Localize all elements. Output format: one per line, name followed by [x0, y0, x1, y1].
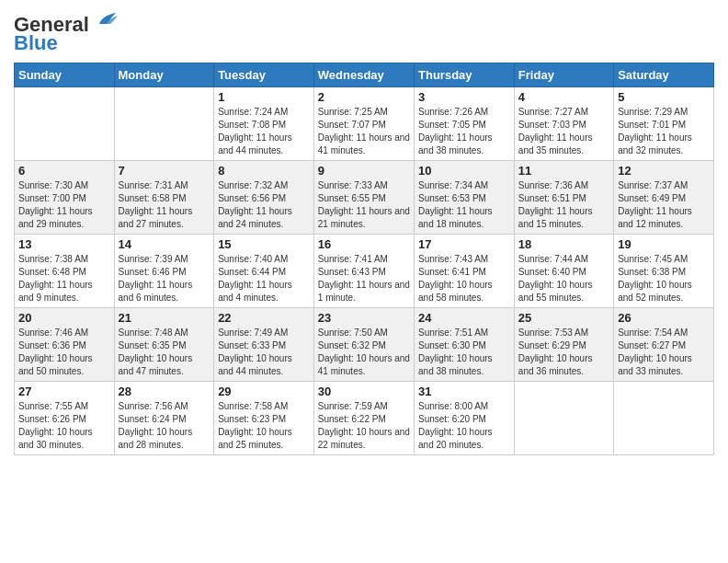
calendar-day-cell: 17Sunrise: 7:43 AM Sunset: 6:41 PM Dayli…	[415, 235, 515, 308]
day-number: 5	[618, 90, 710, 104]
calendar-day-cell: 19Sunrise: 7:45 AM Sunset: 6:38 PM Dayli…	[614, 235, 714, 308]
day-of-week-header: Friday	[514, 63, 613, 87]
day-info: Sunrise: 7:59 AM Sunset: 6:22 PM Dayligh…	[318, 400, 410, 452]
calendar-day-cell: 27Sunrise: 7:55 AM Sunset: 6:26 PM Dayli…	[15, 382, 115, 455]
day-number: 30	[318, 385, 410, 398]
day-info: Sunrise: 7:51 AM Sunset: 6:30 PM Dayligh…	[418, 327, 510, 378]
day-number: 8	[218, 164, 310, 178]
day-info: Sunrise: 7:40 AM Sunset: 6:44 PM Dayligh…	[218, 253, 310, 304]
day-info: Sunrise: 7:25 AM Sunset: 7:07 PM Dayligh…	[318, 106, 410, 157]
day-info: Sunrise: 7:43 AM Sunset: 6:41 PM Dayligh…	[418, 253, 510, 304]
day-number: 29	[218, 385, 310, 398]
day-of-week-header: Saturday	[614, 63, 714, 87]
day-number: 13	[18, 237, 110, 251]
calendar-day-cell: 31Sunrise: 8:00 AM Sunset: 6:20 PM Dayli…	[415, 382, 515, 455]
day-info: Sunrise: 7:58 AM Sunset: 6:23 PM Dayligh…	[218, 400, 310, 452]
day-info: Sunrise: 7:29 AM Sunset: 7:01 PM Dayligh…	[618, 106, 710, 157]
calendar-day-cell: 16Sunrise: 7:41 AM Sunset: 6:43 PM Dayli…	[313, 235, 414, 308]
day-of-week-header: Thursday	[415, 63, 515, 87]
day-number: 31	[418, 385, 510, 398]
calendar-week-row: 6Sunrise: 7:30 AM Sunset: 7:00 PM Daylig…	[15, 161, 714, 235]
calendar-day-cell: 24Sunrise: 7:51 AM Sunset: 6:30 PM Dayli…	[415, 308, 515, 382]
calendar-day-cell: 14Sunrise: 7:39 AM Sunset: 6:46 PM Dayli…	[114, 235, 214, 308]
calendar-day-cell: 1Sunrise: 7:24 AM Sunset: 7:08 PM Daylig…	[214, 87, 314, 161]
day-number: 2	[318, 90, 410, 104]
day-info: Sunrise: 7:56 AM Sunset: 6:24 PM Dayligh…	[119, 400, 210, 452]
day-number: 9	[318, 164, 410, 178]
calendar-day-cell: 18Sunrise: 7:44 AM Sunset: 6:40 PM Dayli…	[514, 235, 613, 308]
day-number: 14	[119, 237, 210, 251]
day-number: 18	[518, 237, 609, 251]
day-info: Sunrise: 7:48 AM Sunset: 6:35 PM Dayligh…	[119, 327, 210, 378]
day-info: Sunrise: 7:55 AM Sunset: 6:26 PM Dayligh…	[18, 400, 110, 452]
day-info: Sunrise: 7:50 AM Sunset: 6:32 PM Dayligh…	[318, 327, 410, 378]
day-info: Sunrise: 7:37 AM Sunset: 6:49 PM Dayligh…	[618, 179, 710, 231]
calendar-day-cell: 5Sunrise: 7:29 AM Sunset: 7:01 PM Daylig…	[614, 87, 714, 161]
day-info: Sunrise: 7:31 AM Sunset: 6:58 PM Dayligh…	[119, 179, 210, 231]
calendar-day-cell: 12Sunrise: 7:37 AM Sunset: 6:49 PM Dayli…	[614, 161, 714, 235]
day-number: 17	[418, 237, 510, 251]
day-number: 16	[318, 237, 410, 251]
calendar-day-cell: 30Sunrise: 7:59 AM Sunset: 6:22 PM Dayli…	[313, 382, 414, 455]
calendar-day-cell: 9Sunrise: 7:33 AM Sunset: 6:55 PM Daylig…	[313, 161, 414, 235]
calendar-day-cell: 15Sunrise: 7:40 AM Sunset: 6:44 PM Dayli…	[214, 235, 314, 308]
calendar-day-cell: 26Sunrise: 7:54 AM Sunset: 6:27 PM Dayli…	[614, 308, 714, 382]
day-info: Sunrise: 7:38 AM Sunset: 6:48 PM Dayligh…	[18, 253, 110, 304]
day-number: 26	[618, 311, 710, 325]
calendar-day-cell: 25Sunrise: 7:53 AM Sunset: 6:29 PM Dayli…	[514, 308, 613, 382]
day-number: 20	[18, 311, 110, 325]
day-number: 25	[518, 311, 609, 325]
calendar-day-cell	[514, 382, 613, 455]
day-info: Sunrise: 7:33 AM Sunset: 6:55 PM Dayligh…	[318, 179, 410, 231]
calendar-day-cell: 29Sunrise: 7:58 AM Sunset: 6:23 PM Dayli…	[214, 382, 314, 455]
calendar-day-cell	[614, 382, 714, 455]
calendar-table: SundayMondayTuesdayWednesdayThursdayFrid…	[14, 63, 714, 455]
calendar-day-cell: 6Sunrise: 7:30 AM Sunset: 7:00 PM Daylig…	[15, 161, 115, 235]
day-number: 3	[418, 90, 510, 104]
day-info: Sunrise: 7:26 AM Sunset: 7:05 PM Dayligh…	[418, 106, 510, 157]
day-number: 23	[318, 311, 410, 325]
day-number: 24	[418, 311, 510, 325]
day-of-week-header: Monday	[114, 63, 214, 87]
day-info: Sunrise: 7:34 AM Sunset: 6:53 PM Dayligh…	[418, 179, 510, 231]
day-of-week-header: Tuesday	[214, 63, 314, 87]
calendar-day-cell: 8Sunrise: 7:32 AM Sunset: 6:56 PM Daylig…	[214, 161, 314, 235]
day-of-week-header: Wednesday	[313, 63, 414, 87]
day-number: 11	[518, 164, 609, 178]
calendar-day-cell: 22Sunrise: 7:49 AM Sunset: 6:33 PM Dayli…	[214, 308, 314, 382]
day-info: Sunrise: 8:00 AM Sunset: 6:20 PM Dayligh…	[418, 400, 510, 452]
calendar-day-cell: 10Sunrise: 7:34 AM Sunset: 6:53 PM Dayli…	[415, 161, 515, 235]
day-info: Sunrise: 7:41 AM Sunset: 6:43 PM Dayligh…	[318, 253, 410, 304]
calendar-day-cell: 23Sunrise: 7:50 AM Sunset: 6:32 PM Dayli…	[313, 308, 414, 382]
day-number: 10	[418, 164, 510, 178]
calendar-day-cell: 28Sunrise: 7:56 AM Sunset: 6:24 PM Dayli…	[114, 382, 214, 455]
day-number: 27	[18, 385, 110, 398]
calendar-day-cell: 13Sunrise: 7:38 AM Sunset: 6:48 PM Dayli…	[15, 235, 115, 308]
day-info: Sunrise: 7:30 AM Sunset: 7:00 PM Dayligh…	[18, 179, 110, 231]
day-info: Sunrise: 7:44 AM Sunset: 6:40 PM Dayligh…	[518, 253, 609, 304]
calendar-day-cell: 2Sunrise: 7:25 AM Sunset: 7:07 PM Daylig…	[313, 87, 414, 161]
calendar-week-row: 1Sunrise: 7:24 AM Sunset: 7:08 PM Daylig…	[15, 87, 714, 161]
day-of-week-header: Sunday	[15, 63, 115, 87]
day-info: Sunrise: 7:24 AM Sunset: 7:08 PM Dayligh…	[218, 106, 310, 157]
calendar-header-row: SundayMondayTuesdayWednesdayThursdayFrid…	[15, 63, 714, 87]
day-number: 4	[518, 90, 609, 104]
day-info: Sunrise: 7:32 AM Sunset: 6:56 PM Dayligh…	[218, 179, 310, 231]
day-number: 28	[119, 385, 210, 398]
day-number: 22	[218, 311, 310, 325]
calendar-week-row: 20Sunrise: 7:46 AM Sunset: 6:36 PM Dayli…	[15, 308, 714, 382]
day-number: 19	[618, 237, 710, 251]
logo-bird-icon	[92, 11, 118, 31]
day-number: 1	[218, 90, 310, 104]
day-info: Sunrise: 7:46 AM Sunset: 6:36 PM Dayligh…	[18, 327, 110, 378]
day-number: 6	[18, 164, 110, 178]
day-number: 7	[119, 164, 210, 178]
day-info: Sunrise: 7:45 AM Sunset: 6:38 PM Dayligh…	[618, 253, 710, 304]
calendar-day-cell	[114, 87, 214, 161]
day-info: Sunrise: 7:49 AM Sunset: 6:33 PM Dayligh…	[218, 327, 310, 378]
logo-blue-text: Blue	[14, 31, 58, 55]
calendar-week-row: 27Sunrise: 7:55 AM Sunset: 6:26 PM Dayli…	[15, 382, 714, 455]
day-info: Sunrise: 7:39 AM Sunset: 6:46 PM Dayligh…	[119, 253, 210, 304]
day-number: 21	[119, 311, 210, 325]
calendar-day-cell: 21Sunrise: 7:48 AM Sunset: 6:35 PM Dayli…	[114, 308, 214, 382]
